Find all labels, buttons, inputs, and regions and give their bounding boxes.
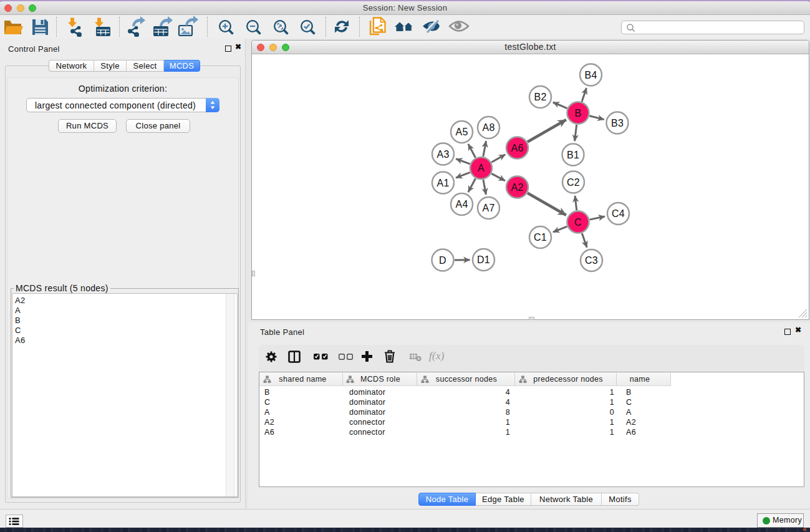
svg-text:A: A <box>478 163 485 173</box>
svg-text:A3: A3 <box>436 149 449 160</box>
svg-text:A2: A2 <box>511 182 523 193</box>
svg-text:A6: A6 <box>511 143 523 153</box>
svg-text:B3: B3 <box>611 118 624 128</box>
svg-text:C4: C4 <box>612 208 625 219</box>
svg-text:A4: A4 <box>455 199 468 210</box>
svg-text:A1: A1 <box>436 178 449 188</box>
svg-text:D: D <box>439 255 446 266</box>
svg-text:B4: B4 <box>584 70 597 80</box>
svg-text:C2: C2 <box>567 177 580 188</box>
svg-text:B: B <box>575 108 582 118</box>
svg-text:C1: C1 <box>534 232 547 243</box>
svg-text:A7: A7 <box>482 203 494 213</box>
svg-text:B1: B1 <box>567 150 579 160</box>
svg-text:f(x): f(x) <box>429 350 445 362</box>
svg-text:C: C <box>574 217 582 228</box>
svg-text:D1: D1 <box>477 254 490 265</box>
svg-text:A8: A8 <box>482 122 494 133</box>
svg-text:B2: B2 <box>534 92 546 102</box>
svg-text:C3: C3 <box>585 255 598 266</box>
svg-text:A5: A5 <box>455 127 468 137</box>
